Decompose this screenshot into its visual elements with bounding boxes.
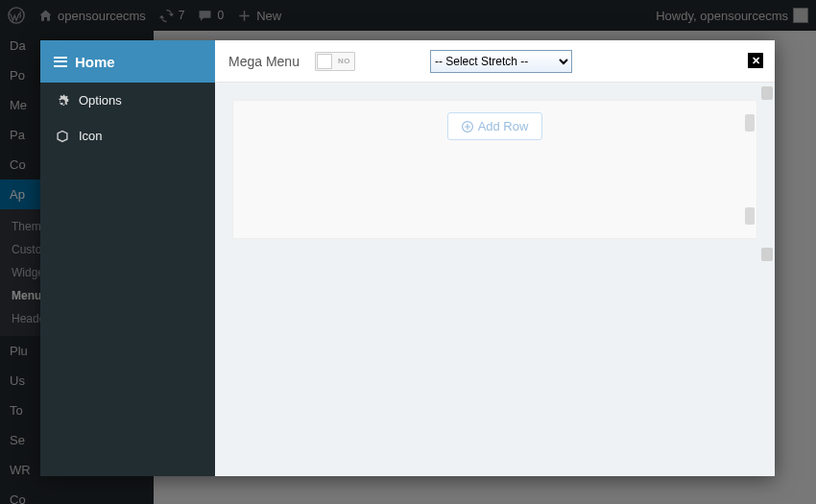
- new-label: New: [256, 9, 281, 23]
- menu-collapse[interactable]: Co: [0, 485, 154, 504]
- modal-sidebar: Home Options Icon: [40, 40, 215, 476]
- avatar: [793, 8, 808, 23]
- modal-sidebar-header[interactable]: Home: [40, 40, 215, 83]
- adminbar-left: opensourcecms 7 0 New: [8, 7, 281, 24]
- wordpress-icon: [8, 7, 25, 24]
- modal-main: Mega Menu NO -- Select Stretch -- ✕ Add …: [215, 40, 775, 476]
- modal-nav-options-label: Options: [79, 93, 122, 108]
- megamenu-modal: Home Options Icon Mega Menu NO -- Select…: [40, 40, 775, 476]
- comments-count: 0: [217, 9, 224, 22]
- new-content-link[interactable]: New: [237, 9, 281, 23]
- toggle-state-text: NO: [338, 57, 350, 65]
- add-row-label: Add Row: [478, 119, 529, 133]
- wp-admin-bar: opensourcecms 7 0 New Howdy, opensourcec…: [0, 0, 816, 31]
- modal-scroll-thumb-top: [761, 86, 773, 100]
- home-icon: [38, 9, 53, 23]
- modal-scroll-thumb-bottom: [761, 248, 773, 261]
- modal-title: Home: [75, 54, 115, 70]
- row-canvas: Add Row: [232, 100, 757, 239]
- modal-nav-icon[interactable]: Icon: [40, 118, 215, 154]
- comment-icon: [198, 9, 212, 23]
- add-row-button[interactable]: Add Row: [447, 112, 543, 140]
- my-account-link[interactable]: Howdy, opensourcecms: [656, 8, 808, 23]
- comments-link[interactable]: 0: [198, 9, 224, 23]
- stretch-select[interactable]: -- Select Stretch --: [430, 50, 572, 73]
- site-name: opensourcecms: [58, 9, 146, 23]
- close-button[interactable]: ✕: [748, 53, 763, 68]
- canvas-scrollbar[interactable]: [745, 114, 755, 225]
- mega-menu-label: Mega Menu: [228, 54, 300, 69]
- cube-icon: [56, 130, 69, 143]
- plus-icon: [237, 9, 252, 23]
- scroll-thumb-top: [745, 114, 755, 132]
- adminbar-right: Howdy, opensourcecms: [656, 8, 808, 23]
- refresh-icon: [159, 9, 174, 23]
- modal-main-header: Mega Menu NO -- Select Stretch -- ✕: [215, 40, 775, 83]
- howdy-text: Howdy, opensourcecms: [656, 9, 788, 23]
- plus-circle-icon: [462, 121, 473, 132]
- scroll-thumb-bottom: [745, 207, 755, 225]
- updates-link[interactable]: 7: [159, 9, 185, 23]
- canvas-area: Add Row: [215, 83, 775, 476]
- site-home-link[interactable]: opensourcecms: [38, 9, 146, 23]
- gear-icon: [56, 94, 69, 108]
- modal-nav-options[interactable]: Options: [40, 83, 215, 118]
- hamburger-icon: [54, 57, 67, 67]
- close-icon: ✕: [752, 55, 760, 67]
- modal-nav-icon-label: Icon: [79, 129, 103, 143]
- mega-menu-toggle[interactable]: NO: [315, 52, 355, 71]
- stretch-select-wrap: -- Select Stretch --: [430, 50, 572, 73]
- updates-count: 7: [179, 9, 185, 22]
- wp-logo[interactable]: [8, 7, 25, 24]
- modal-scrollbar[interactable]: [761, 86, 773, 261]
- toggle-handle: [317, 54, 332, 69]
